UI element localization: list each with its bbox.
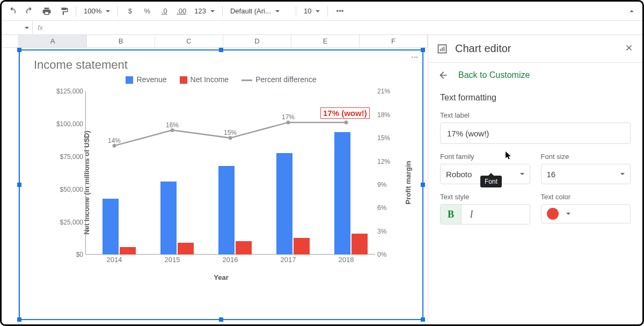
font-size-select[interactable]: 10 <box>301 7 323 15</box>
y-tick-right: 21% <box>377 88 390 95</box>
text-color-label: Text color <box>541 193 631 201</box>
resize-handle[interactable] <box>219 317 223 322</box>
percent-button[interactable]: % <box>140 4 155 19</box>
name-box[interactable] <box>2 21 33 34</box>
chart-legend: Revenue Net Income Percent difference <box>24 75 418 84</box>
bar-revenue[interactable] <box>103 199 119 255</box>
resize-handle[interactable] <box>17 183 21 187</box>
bar-net-income[interactable] <box>178 243 194 255</box>
col-header-B[interactable]: B <box>87 35 155 47</box>
undo-button[interactable] <box>5 4 20 19</box>
x-tick: 2016 <box>223 256 238 264</box>
col-header-E[interactable]: E <box>291 35 360 47</box>
line-point[interactable] <box>229 136 232 140</box>
resize-handle[interactable] <box>219 48 223 52</box>
caret-down-icon <box>316 10 320 12</box>
font-size-select[interactable]: 16 <box>541 164 631 184</box>
bar-revenue[interactable] <box>218 166 235 255</box>
chart-icon <box>437 44 448 54</box>
font-family-label: Font family <box>440 153 530 161</box>
y-tick-right: 12% <box>377 158 390 165</box>
x-tick: 2017 <box>281 256 296 264</box>
col-header-F[interactable]: F <box>360 35 428 47</box>
y-tick-right: 3% <box>377 228 386 235</box>
resize-handle[interactable] <box>17 317 21 322</box>
bold-toggle[interactable]: B <box>441 205 461 224</box>
spreadsheet-area: A B C D E F ⋮ <box>2 35 428 324</box>
y-tick-right: 0% <box>377 251 386 258</box>
caret-down-icon <box>25 27 29 29</box>
formula-bar: fx <box>2 21 642 35</box>
bar-net-income[interactable] <box>120 247 136 255</box>
y-tick-right: 9% <box>377 181 386 189</box>
y-tick-left: $100,000 <box>56 120 83 128</box>
collapse-toolbar-button[interactable] <box>624 4 639 19</box>
fx-icon: fx <box>33 24 48 32</box>
sidebar-title: Chart editor <box>455 42 617 55</box>
back-to-customize-button[interactable]: Back to Customize <box>428 63 642 88</box>
chart-plot-area: Net Income (in millions of USD) Profit m… <box>32 86 411 279</box>
col-header-C[interactable]: C <box>155 35 223 47</box>
bar-net-income[interactable] <box>352 234 368 255</box>
bar-revenue[interactable] <box>334 132 350 255</box>
section-title: Text formatting <box>440 93 631 103</box>
chart-annotation[interactable]: 17% (wow!) <box>320 107 370 119</box>
zoom-select[interactable]: 100% <box>80 7 113 15</box>
more-button[interactable]: ••• <box>332 4 347 19</box>
more-formats-select[interactable]: 123 <box>191 7 218 15</box>
line-data-label: 15% <box>224 129 237 136</box>
svg-rect-3 <box>444 46 445 50</box>
text-style-label: Text style <box>440 193 530 201</box>
line-point[interactable] <box>345 121 348 125</box>
line-point[interactable] <box>171 128 174 132</box>
text-label-label: Text label <box>440 111 631 119</box>
close-button[interactable] <box>624 43 634 54</box>
text-color-select[interactable] <box>541 204 631 223</box>
bar-net-income[interactable] <box>294 238 310 255</box>
x-tick: 2014 <box>107 256 122 264</box>
col-header-A[interactable]: A <box>19 35 87 47</box>
y-tick-right: 6% <box>377 204 386 212</box>
row-headers <box>2 48 19 324</box>
font-size-label: Font size <box>541 153 631 161</box>
embedded-chart[interactable]: ⋮ Income statement Revenue Net Income Pe… <box>19 49 423 320</box>
text-label-input[interactable] <box>440 122 631 144</box>
legend-item: Percent difference <box>241 75 316 84</box>
column-headers: A B C D E F <box>2 35 428 48</box>
caret-down-icon <box>520 173 524 175</box>
line-data-label: 14% <box>108 137 121 144</box>
toolbar: 100% $ % .0 .00 123 Default (Ari... 10 •… <box>2 2 642 21</box>
currency-button[interactable]: $ <box>122 4 137 19</box>
print-button[interactable] <box>39 4 54 19</box>
redo-button[interactable] <box>22 4 37 19</box>
bar-net-income[interactable] <box>236 241 252 255</box>
paint-format-button[interactable] <box>56 4 71 19</box>
y-tick-left: $25,000 <box>60 219 83 226</box>
caret-down-icon <box>275 10 280 12</box>
resize-handle[interactable] <box>421 317 425 322</box>
line-data-label: 17% <box>282 113 295 121</box>
line-point[interactable] <box>287 121 290 125</box>
caret-down-icon <box>210 10 215 12</box>
resize-handle[interactable] <box>17 48 21 52</box>
italic-toggle[interactable]: I <box>461 205 481 224</box>
select-all-cell[interactable] <box>2 35 19 47</box>
increase-decimal-button[interactable]: .00 <box>174 4 189 19</box>
formula-input[interactable] <box>48 21 642 34</box>
y-tick-right: 15% <box>377 134 390 142</box>
font-family-select[interactable]: Default (Ari... <box>227 7 291 15</box>
line-point[interactable] <box>113 144 116 148</box>
bar-revenue[interactable] <box>276 153 292 255</box>
bar-revenue[interactable] <box>160 182 177 255</box>
cursor-icon <box>506 151 513 161</box>
resize-handle[interactable] <box>421 183 425 187</box>
legend-item: Net Income <box>180 75 229 84</box>
y-tick-left: $125,000 <box>56 88 83 95</box>
resize-handle[interactable] <box>421 48 425 52</box>
x-tick: 2015 <box>165 256 180 264</box>
col-header-D[interactable]: D <box>223 35 291 47</box>
y-tick-left: $75,000 <box>60 153 83 161</box>
color-swatch-icon <box>547 208 559 220</box>
chart-title: Income statement <box>34 58 418 72</box>
decrease-decimal-button[interactable]: .0 <box>157 4 172 19</box>
